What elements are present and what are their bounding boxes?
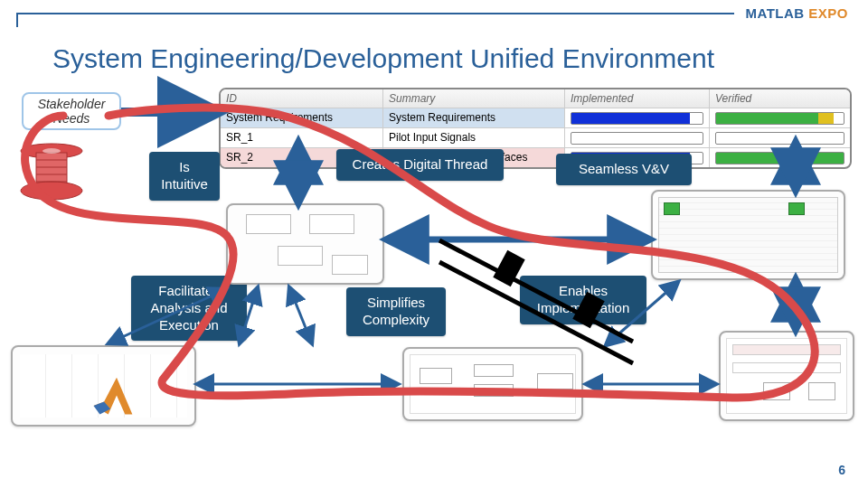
cell-verified — [710, 108, 850, 127]
cell-verified — [710, 148, 850, 167]
top-rule — [16, 13, 852, 14]
stakeholder-needs-box: Stakeholder Needs — [22, 92, 121, 130]
cell-id: SR_1 — [221, 128, 383, 147]
cell-summary: System Requirements — [383, 108, 565, 127]
brand-part1: MATLAB — [745, 5, 804, 21]
cell-verified — [710, 128, 850, 147]
architecture-panel — [226, 203, 384, 285]
col-summary: Summary — [383, 89, 565, 108]
component-panel — [719, 331, 854, 421]
table-row: SR_1Pilot Input Signals — [221, 127, 850, 147]
matlab-panel — [11, 345, 196, 427]
slide: MATLAB EXPO System Engineering/Developme… — [0, 0, 868, 488]
table-header-row: ID Summary Implemented Verified — [221, 89, 850, 108]
svg-line-14 — [289, 287, 312, 343]
svg-point-2 — [21, 182, 82, 200]
callout-intuitive: Is Intuitive — [149, 152, 220, 201]
brand-logo: MATLAB EXPO — [745, 5, 848, 21]
stakeholder-needs-label: Stakeholder Needs — [24, 97, 119, 126]
requirements-table: ID Summary Implemented Verified System R… — [219, 88, 852, 169]
cell-id: System Requirements — [221, 108, 383, 127]
cell-implemented — [565, 108, 710, 127]
matlab-logo-icon — [85, 372, 148, 425]
callout-analysis: Facilitates Analysis and Execution — [131, 276, 247, 341]
callout-digital-thread: Creates Digital Thread — [336, 149, 504, 181]
simulink-panel — [402, 347, 583, 421]
callout-implementation: Enables Implementation — [520, 276, 646, 324]
thread-spool-icon — [16, 140, 87, 203]
callout-vv: Seamless V&V — [556, 154, 692, 185]
cell-implemented — [565, 128, 710, 147]
cell-summary: Pilot Input Signals — [383, 128, 565, 147]
col-implemented: Implemented — [565, 89, 710, 108]
col-id: ID — [221, 89, 383, 108]
col-verified: Verified — [710, 89, 850, 108]
vv-panel — [651, 190, 845, 280]
svg-point-3 — [42, 148, 61, 154]
callout-complexity: Simplifies Complexity — [346, 287, 446, 336]
brand-part2: EXPO — [808, 5, 848, 21]
table-row: SR_2Hydraulic Actuator Interfaces — [221, 147, 850, 167]
slide-title: System Engineering/Development Unified E… — [52, 43, 714, 74]
table-row: System RequirementsSystem Requirements — [221, 108, 850, 127]
page-number: 6 — [838, 463, 845, 477]
